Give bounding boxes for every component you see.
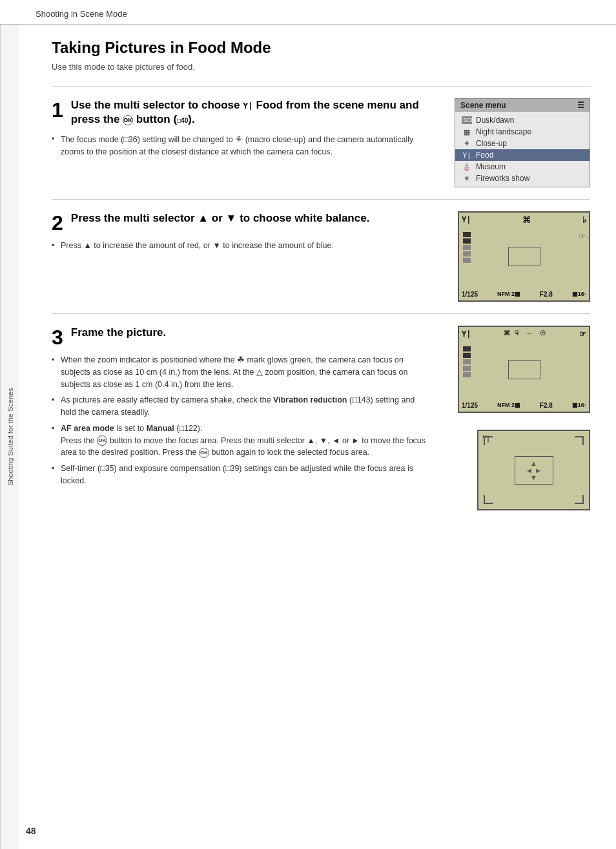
chapter-title: Taking Pictures in Food Mode — [52, 39, 590, 57]
scene-label-food: Food — [476, 151, 493, 160]
scene-icon-duskdawn: SCN — [462, 116, 472, 124]
step-2-section: 2 Press the multi selector ▲ or ▼ to cho… — [52, 199, 590, 313]
strip2-block-1 — [463, 346, 471, 351]
scene-menu-items: SCN Dusk/dawn ▦ Night landscape ⚘ Close-… — [455, 112, 590, 187]
strip-block-3 — [463, 245, 471, 250]
scene-label-fireworks: Fireworks show — [476, 174, 529, 183]
scene-menu-item-fireworks: ☀ Fireworks show — [455, 173, 590, 184]
scene-menu-box: Scene menu ☰ SCN Dusk/dawn ▦ Ni — [455, 98, 590, 187]
step-3-bullets: When the zoom indicator is positioned wh… — [52, 354, 429, 487]
header-title: Shooting in Scene Mode — [36, 9, 127, 19]
ok-btn-inline-1: OK — [97, 435, 107, 446]
step-2-left: 2 Press the multi selector ▲ or ▼ to cho… — [52, 211, 442, 302]
lcd-screen-1: Y| ⌘ ♭ ☞ — [458, 211, 590, 302]
step-3-number: 3 — [52, 327, 63, 348]
strip2-block-4 — [463, 366, 471, 371]
lcd1-top-left: Y| — [462, 215, 471, 225]
scene-icon-fireworks: ☀ — [462, 174, 472, 183]
step-3-bullet-1: When the zoom indicator is positioned wh… — [52, 354, 429, 390]
lcd2-center-frame — [508, 360, 540, 379]
focus-corner-br — [575, 495, 584, 504]
lcd1-center-frame — [508, 247, 540, 266]
step-3-left: 3 Frame the picture. When the zoom indic… — [52, 326, 442, 510]
scene-menu-item-nightlandscape: ▦ Night landscape — [455, 126, 590, 138]
lcd1-shutter: 1/125 — [462, 291, 478, 298]
scene-menu-header: Scene menu ☰ — [455, 99, 590, 112]
scene-icon-nightlandscape: ▦ — [462, 128, 472, 136]
lcd2-top-right: ☞ — [579, 330, 586, 339]
lcd1-aperture: F2.8 — [540, 291, 553, 298]
lcd1-top-right: ♭ — [582, 215, 586, 225]
step-2-right: Y| ⌘ ♭ ☞ — [442, 211, 590, 302]
scene-icon-food: Y| — [462, 151, 472, 160]
step-3-heading-text: Frame the picture. — [71, 326, 166, 339]
lcd2-iso: ▩16▫ — [572, 402, 586, 409]
strip2-block-3 — [463, 359, 471, 364]
lcd-focus-screen: Y| ▲◄ ►▼ — [477, 430, 590, 510]
step-1-right: Scene menu ☰ SCN Dusk/dawn ▦ Ni — [442, 98, 590, 187]
scene-menu-item-duskdawn: SCN Dusk/dawn — [455, 114, 590, 126]
lcd2-shutter: 1/125 — [462, 402, 478, 409]
ok-button-icon: OK — [123, 115, 133, 125]
lcd1-top-center: ⌘ — [522, 215, 531, 225]
strip2-block-2 — [463, 353, 471, 358]
step-2-heading: 2 Press the multi selector ▲ or ▼ to cho… — [52, 211, 429, 233]
focus-corner-tl — [484, 436, 493, 445]
main-content: Shooting Suited for the Scenes Taking Pi… — [0, 25, 616, 849]
side-label: Shooting Suited for the Scenes — [0, 25, 19, 849]
step-1-section: 1 Use the multi selector to choose Y| Fo… — [52, 86, 590, 199]
lcd2-bottom-bar: 1/125 NFM 2▩ F2.8 ▩16▫ — [462, 402, 586, 409]
step-3-right: Y| ⌘ ☟ → ☉ ☞ — [442, 326, 590, 510]
scene-menu-item-food: Y| Food — [455, 149, 590, 161]
page-number: 48 — [26, 826, 36, 836]
scene-label-duskdawn: Dusk/dawn — [476, 116, 514, 125]
lcd1-left-strip — [462, 232, 472, 281]
strip-block-4 — [463, 251, 471, 257]
lcd2-top-bar: Y| ⌘ ☟ → ☉ ☞ — [462, 330, 586, 339]
page: Shooting in Scene Mode Shooting Suited f… — [0, 0, 616, 849]
subtitle: Use this mode to take pictures of food. — [52, 62, 590, 72]
step-3-section: 3 Frame the picture. When the zoom indic… — [52, 313, 590, 522]
focus-corner-bl — [484, 495, 493, 504]
steps-container: 1 Use the multi selector to choose Y| Fo… — [52, 86, 590, 522]
strip-block-2 — [463, 238, 471, 244]
content-area: Taking Pictures in Food Mode Use this mo… — [19, 25, 616, 849]
scene-menu-item-closeup: ⚘ Close-up — [455, 138, 590, 149]
strip2-block-5 — [463, 372, 471, 377]
lcd2-aperture: F2.8 — [540, 402, 553, 409]
lcd2-top-left: Y| — [462, 330, 471, 339]
lcd-top-bar-1: Y| ⌘ ♭ — [462, 215, 586, 225]
ok-btn-inline-2: OK — [199, 448, 209, 458]
lcd1-iso: ▩16▫ — [572, 291, 586, 298]
step-3-heading: 3 Frame the picture. — [52, 326, 429, 348]
step-2-number: 2 — [52, 213, 63, 233]
focus-center-box: ▲◄ ►▼ — [515, 456, 553, 485]
scene-icon-museum: ⛪ — [462, 163, 472, 171]
scene-label-museum: Museum — [476, 162, 506, 171]
step-1-bullets: The focus mode (□36) setting will be cha… — [52, 133, 429, 158]
scene-label-nightlandscape: Night landscape — [476, 127, 531, 136]
step-3-bullet-4: Self-timer (□35) and exposure compensati… — [52, 463, 429, 487]
lcd-screen-2: Y| ⌘ ☟ → ☉ ☞ — [458, 326, 590, 413]
strip-block-1 — [463, 232, 471, 237]
step-1-bullet-1: The focus mode (□36) setting will be cha… — [52, 133, 429, 158]
step-1-number: 1 — [52, 100, 63, 120]
step-1-heading-text: Use the multi selector to choose Y| Food… — [71, 99, 419, 125]
lcd1-aperture-info: NFM 2▩ — [497, 291, 520, 298]
scene-icon-closeup: ⚘ — [462, 140, 472, 148]
step-3-bullet-2: As pictures are easily affected by camer… — [52, 394, 429, 419]
lcd1-right-icon: ☞ — [579, 232, 586, 241]
lcd2-top-icons: ⌘ ☟ → ☉ — [504, 330, 547, 339]
step-1-heading: 1 Use the multi selector to choose Y| Fo… — [52, 98, 429, 127]
strip-block-5 — [463, 258, 471, 263]
scene-label-closeup: Close-up — [476, 139, 507, 148]
lcd1-bottom-bar: 1/125 NFM 2▩ F2.8 ▩16▫ — [462, 291, 586, 298]
focus-corner-tr — [575, 436, 584, 445]
step-2-bullet-1: Press ▲ to increase the amount of red, o… — [52, 240, 429, 252]
step-1-left: 1 Use the multi selector to choose Y| Fo… — [52, 98, 442, 187]
lcd2-aperture-info: NFM 2▩ — [497, 402, 520, 409]
step-3-bullet-3: AF area mode is set to Manual (□122). Pr… — [52, 423, 429, 459]
focus-arrows: ▲◄ ►▼ — [526, 459, 542, 481]
scene-menu-item-museum: ⛪ Museum — [455, 161, 590, 173]
book-ref-1: □40 — [177, 117, 188, 124]
